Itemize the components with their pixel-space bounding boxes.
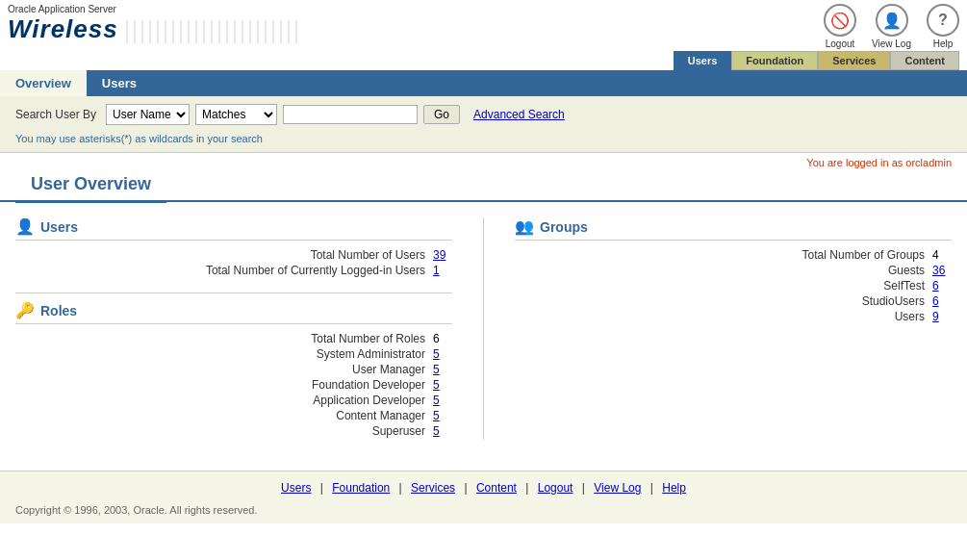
- tab-foundation[interactable]: Foundation: [731, 51, 818, 70]
- sep5: |: [582, 481, 585, 495]
- search-input[interactable]: [283, 105, 418, 124]
- users-group-row: Users 9: [515, 310, 952, 323]
- usermgr-value[interactable]: 5: [433, 363, 452, 376]
- appdev-value[interactable]: 5: [433, 394, 452, 407]
- search-field-select[interactable]: User Name First Name Last Name Email: [106, 104, 190, 125]
- users-section-title: 👤 Users: [15, 217, 452, 241]
- superuser-value[interactable]: 5: [433, 424, 452, 438]
- app-header: Oracle Application Server Wireless 🚫 Log…: [0, 0, 967, 70]
- users-data: Total Number of Users 39 Total Number of…: [15, 248, 452, 277]
- superuser-row: Superuser 5: [15, 424, 452, 438]
- groups-data: Total Number of Groups 4 Guests 36 SelfT…: [515, 248, 952, 323]
- nav-overview[interactable]: Overview: [0, 70, 87, 96]
- footer-foundation-link[interactable]: Foundation: [332, 481, 390, 495]
- wildcard-hint: You may use asterisks(*) as wildcards in…: [15, 133, 952, 144]
- total-roles-row: Total Number of Roles 6: [15, 332, 452, 345]
- product-name: Wireless: [8, 14, 118, 44]
- total-groups-row: Total Number of Groups 4: [515, 248, 952, 262]
- appdev-row: Application Developer 5: [15, 394, 452, 407]
- guests-value[interactable]: 36: [932, 264, 952, 277]
- foundationdev-label: Foundation Developer: [312, 378, 425, 392]
- total-users-label: Total Number of Users: [311, 248, 425, 262]
- footer-logout-link[interactable]: Logout: [538, 481, 573, 495]
- viewlog-label: View Log: [872, 38, 911, 49]
- header-icons-row: 🚫 Logout 👤 View Log ? Help: [824, 4, 959, 49]
- studiousers-value[interactable]: 6: [932, 294, 952, 308]
- copyright: Copyright © 1996, 2003, Oracle. All righ…: [0, 500, 967, 520]
- search-label: Search User By: [15, 108, 96, 121]
- selftest-label: SelfTest: [883, 279, 925, 293]
- total-roles-label: Total Number of Roles: [311, 332, 425, 345]
- header-right: 🚫 Logout 👤 View Log ? Help Users Foundat…: [674, 4, 959, 70]
- foundationdev-row: Foundation Developer 5: [15, 378, 452, 392]
- users-group-label: Users: [895, 310, 925, 323]
- usermgr-label: User Manager: [352, 363, 425, 376]
- sep1: |: [320, 481, 323, 495]
- footer-links: Users | Foundation | Services | Content …: [0, 475, 967, 500]
- selftest-value[interactable]: 6: [932, 279, 952, 293]
- contentmgr-value[interactable]: 5: [433, 409, 452, 422]
- help-link[interactable]: ? Help: [927, 4, 959, 49]
- studiousers-row: StudioUsers 6: [515, 294, 952, 308]
- search-condition-select[interactable]: Matches Starts With Ends With Contains: [195, 104, 277, 125]
- groups-title-label: Groups: [540, 219, 588, 235]
- sep3: |: [464, 481, 467, 495]
- users-icon: 👤: [15, 217, 35, 236]
- groups-icon: 👥: [515, 217, 534, 236]
- footer-content-link[interactable]: Content: [476, 481, 517, 495]
- appdev-label: Application Developer: [313, 394, 425, 407]
- total-groups-value: 4: [932, 248, 952, 262]
- sep4: |: [525, 481, 528, 495]
- help-icon: ?: [927, 4, 959, 37]
- page-title: User Overview: [15, 166, 166, 203]
- total-users-value[interactable]: 39: [433, 248, 452, 262]
- logged-in-users-label: Total Number of Currently Logged-in User…: [206, 264, 425, 277]
- logout-icon: 🚫: [824, 4, 856, 37]
- logout-link[interactable]: 🚫 Logout: [824, 4, 856, 49]
- users-title-label: Users: [40, 219, 78, 235]
- nav-users[interactable]: Users: [87, 70, 152, 96]
- footer-viewlog-link[interactable]: View Log: [594, 481, 641, 495]
- usermgr-row: User Manager 5: [15, 363, 452, 376]
- contentmgr-label: Content Manager: [336, 409, 425, 422]
- sysadmin-label: System Administrator: [317, 347, 425, 361]
- total-roles-value: 6: [433, 332, 452, 345]
- overview-grid: 👤 Users Total Number of Users 39 Total N…: [0, 202, 967, 455]
- logo-area: Oracle Application Server Wireless: [8, 4, 299, 44]
- advanced-search-link[interactable]: Advanced Search: [473, 108, 565, 121]
- guests-label: Guests: [888, 264, 925, 277]
- footer-help-link[interactable]: Help: [662, 481, 686, 495]
- groups-section-title: 👥 Groups: [515, 217, 952, 241]
- studiousers-label: StudioUsers: [862, 294, 925, 308]
- sep2: |: [399, 481, 402, 495]
- users-group-value[interactable]: 9: [932, 310, 952, 323]
- roles-data: Total Number of Roles 6 System Administr…: [15, 332, 452, 438]
- page-title-bar: User Overview: [0, 170, 967, 202]
- right-column: 👥 Groups Total Number of Groups 4 Guests…: [483, 217, 952, 440]
- oracle-label: Oracle Application Server: [8, 4, 299, 14]
- help-label: Help: [933, 38, 954, 49]
- logo-decoration: [126, 20, 299, 43]
- tab-content[interactable]: Content: [890, 51, 959, 70]
- total-users-row: Total Number of Users 39: [15, 248, 452, 262]
- viewlog-link[interactable]: 👤 View Log: [872, 4, 911, 49]
- sep6: |: [650, 481, 653, 495]
- search-bar: Search User By User Name First Name Last…: [0, 96, 967, 153]
- logged-in-users-value[interactable]: 1: [433, 264, 452, 277]
- tab-strip: Users Foundation Services Content: [674, 51, 959, 70]
- foundationdev-value[interactable]: 5: [433, 378, 452, 392]
- contentmgr-row: Content Manager 5: [15, 409, 452, 422]
- tab-users[interactable]: Users: [674, 51, 732, 70]
- footer-services-link[interactable]: Services: [411, 481, 455, 495]
- viewlog-icon: 👤: [876, 4, 908, 37]
- selftest-row: SelfTest 6: [515, 279, 952, 293]
- sysadmin-value[interactable]: 5: [433, 347, 452, 361]
- sysadmin-row: System Administrator 5: [15, 347, 452, 361]
- go-button[interactable]: Go: [423, 105, 460, 124]
- tab-services[interactable]: Services: [818, 51, 890, 70]
- footer-bar: Users | Foundation | Services | Content …: [0, 471, 967, 523]
- roles-section: 🔑 Roles Total Number of Roles 6 System A…: [15, 293, 452, 438]
- left-column: 👤 Users Total Number of Users 39 Total N…: [15, 217, 483, 440]
- footer-users-link[interactable]: Users: [281, 481, 311, 495]
- total-groups-label: Total Number of Groups: [802, 248, 925, 262]
